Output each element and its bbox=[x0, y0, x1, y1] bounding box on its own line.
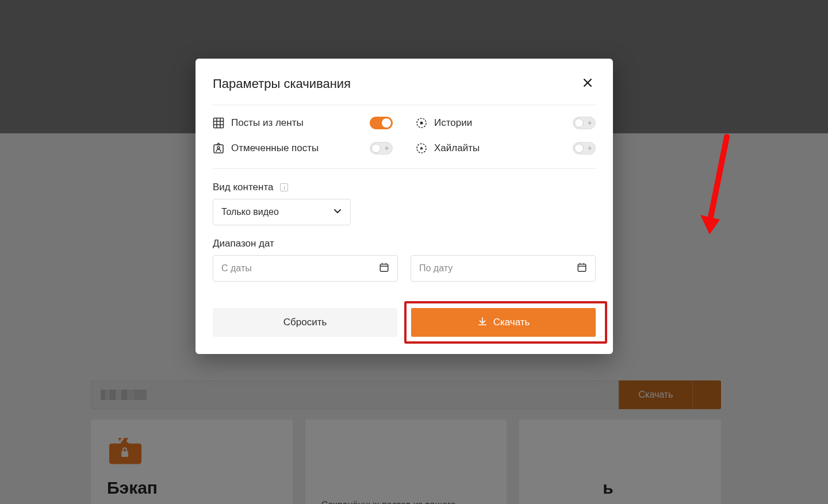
info-icon[interactable]: i bbox=[280, 183, 288, 191]
svg-rect-20 bbox=[380, 264, 388, 272]
content-type-label-row: Вид контента i bbox=[213, 182, 596, 193]
chevron-down-icon bbox=[333, 206, 342, 218]
close-button[interactable] bbox=[580, 76, 596, 92]
close-icon bbox=[583, 78, 592, 90]
stories-label: Истории bbox=[434, 117, 472, 129]
svg-point-16 bbox=[217, 147, 220, 149]
date-range-section: Диапазон дат С даты По дату bbox=[213, 225, 596, 282]
date-range-label: Диапазон дат bbox=[213, 238, 596, 249]
modal-actions: Сбросить Скачать bbox=[213, 308, 596, 337]
option-tagged-posts: Отмеченные посты ✦ bbox=[213, 142, 393, 155]
highlights-icon bbox=[416, 143, 427, 154]
date-from-input[interactable]: С даты bbox=[213, 255, 398, 282]
date-from-placeholder: С даты bbox=[221, 263, 252, 274]
tagged-icon bbox=[213, 143, 224, 154]
options-grid: Посты из ленты Отмеченные посты ✦ bbox=[213, 105, 596, 169]
grid-icon bbox=[213, 117, 224, 129]
option-feed-posts: Посты из ленты bbox=[213, 117, 393, 129]
calendar-icon bbox=[577, 262, 587, 275]
date-row: С даты По дату bbox=[213, 255, 596, 282]
content-type-section: Вид контента i Только видео bbox=[213, 169, 596, 225]
content-type-value: Только видео bbox=[221, 207, 279, 217]
date-to-placeholder: По дату bbox=[419, 263, 453, 274]
download-button-label: Скачать bbox=[493, 317, 530, 328]
date-to-input[interactable]: По дату bbox=[411, 255, 596, 282]
option-stories: Истории ✦ bbox=[416, 117, 596, 129]
highlights-toggle[interactable]: ✦ bbox=[573, 142, 596, 155]
svg-rect-24 bbox=[578, 264, 586, 272]
stories-icon bbox=[416, 117, 427, 129]
download-params-modal: Параметры скачивания Посты из ленты bbox=[195, 59, 613, 354]
options-col-left: Посты из ленты Отмеченные посты ✦ bbox=[213, 117, 404, 155]
option-highlights: Хайлайты ✦ bbox=[416, 142, 596, 155]
tagged-posts-toggle[interactable]: ✦ bbox=[370, 142, 393, 155]
options-col-right: Истории ✦ Хайлайты ✦ bbox=[404, 117, 596, 155]
content-type-label: Вид контента bbox=[213, 182, 273, 193]
download-icon bbox=[477, 316, 488, 329]
calendar-icon bbox=[379, 262, 389, 275]
stories-toggle[interactable]: ✦ bbox=[573, 117, 596, 129]
reset-button[interactable]: Сбросить bbox=[213, 308, 397, 337]
modal-header: Параметры скачивания bbox=[213, 76, 596, 105]
download-button-wrap: Скачать bbox=[411, 308, 596, 337]
svg-rect-10 bbox=[214, 118, 224, 128]
content-type-select[interactable]: Только видео bbox=[213, 199, 351, 225]
svg-point-18 bbox=[420, 122, 423, 125]
download-button[interactable]: Скачать bbox=[411, 308, 596, 337]
highlights-label: Хайлайты bbox=[434, 143, 480, 154]
modal-title: Параметры скачивания bbox=[213, 76, 351, 91]
feed-posts-label: Посты из ленты bbox=[231, 117, 304, 129]
feed-posts-toggle[interactable] bbox=[370, 117, 393, 129]
reset-button-label: Сбросить bbox=[283, 317, 327, 328]
tagged-posts-label: Отмеченные посты bbox=[231, 143, 319, 154]
